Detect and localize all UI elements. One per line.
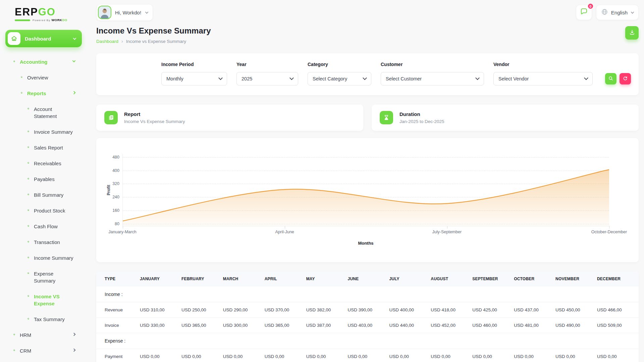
- column-header-january: JANUARY: [140, 271, 181, 287]
- sidebar-item-tax-summary[interactable]: Tax Summary: [0, 311, 87, 327]
- table-row-expense: Expense :: [96, 333, 639, 349]
- app-logo: ERPGO Powered By WORKDO: [0, 0, 87, 22]
- table-row-invoice: InvoiceUSD 330,00USD 365,00USD 300,00USD…: [96, 318, 639, 333]
- bullet-icon: [27, 272, 30, 274]
- amount-cell: USD 0,00: [472, 349, 514, 362]
- amount-cell: USD 440,00: [389, 318, 431, 333]
- column-header-april: APRIL: [265, 271, 306, 287]
- sidebar-item-sales-report[interactable]: Sales Report: [0, 140, 87, 156]
- amount-cell: USD 450,00: [555, 302, 597, 318]
- amount-cell: USD 466,00: [597, 302, 639, 318]
- breadcrumb-current: Income vs Expense Summary: [126, 39, 186, 44]
- sidebar-item-transaction[interactable]: Transaction: [0, 234, 87, 250]
- column-header-october: OCTOBER: [514, 271, 555, 287]
- sidebar-item-label: Transaction: [34, 239, 60, 246]
- sidebar-item-income-summary[interactable]: Income Summary: [0, 250, 87, 266]
- y-axis-tick-label: 160: [112, 208, 119, 213]
- powered-by-text: Powered By WORKDO: [33, 18, 67, 22]
- amount-cell: USD 0,00: [223, 349, 265, 362]
- top-bar: Hi, Workdo! 0 English: [87, 0, 644, 21]
- logo-underline: [15, 19, 30, 21]
- sidebar-item-crm[interactable]: CRM: [0, 343, 87, 359]
- amount-cell: USD 0,00: [555, 349, 597, 362]
- summary-table-card: TYPEJANUARYFEBRUARYMARCHAPRILMAYJUNEJULY…: [96, 271, 639, 362]
- chevron-down-icon: [631, 10, 634, 14]
- amount-cell: USD 0,00: [181, 349, 223, 362]
- download-button[interactable]: [625, 26, 639, 40]
- sidebar-item-label: CRM: [20, 347, 31, 354]
- sidebar-item-hrm[interactable]: HRM: [0, 327, 87, 343]
- duration-card-subtitle: Jan-2025 to Dec-2025: [399, 119, 444, 124]
- customer-select[interactable]: Select Customer: [381, 72, 484, 85]
- x-axis-tick-label: October-December: [591, 230, 627, 234]
- table-row-revenue: RevenueUSD 310,00USD 250,00USD 290,00USD…: [96, 302, 639, 318]
- sidebar-item-label: Invoice Summary: [34, 128, 73, 135]
- duration-card: Duration Jan-2025 to Dec-2025: [372, 105, 639, 131]
- user-menu[interactable]: Hi, Workdo!: [96, 4, 153, 21]
- sidebar-item-income-vs-expense[interactable]: Income VS Expense: [0, 289, 87, 311]
- sidebar-item-cash-flow[interactable]: Cash Flow: [0, 219, 87, 234]
- sidebar-item-payables[interactable]: Payables: [0, 171, 87, 187]
- sidebar-item-receivables[interactable]: Receivables: [0, 156, 87, 171]
- bullet-icon: [27, 295, 30, 297]
- chevron-down-icon: [145, 10, 149, 14]
- bullet-icon: [20, 76, 23, 78]
- bullet-icon: [27, 209, 30, 211]
- filter-label: Vendor: [493, 62, 593, 67]
- amount-cell: USD 310,00: [140, 302, 181, 318]
- table-row-payment: PaymentUSD 0,00USD 0,00USD 0,00USD 0,00U…: [96, 349, 639, 362]
- notifications-button[interactable]: 0: [576, 5, 592, 20]
- amount-cell: USD 300,00: [223, 318, 265, 333]
- sidebar-item-account-statement[interactable]: Account Statement: [0, 101, 87, 124]
- amount-cell: USD 509,00: [597, 318, 639, 333]
- sidebar-item-label: Accounting: [20, 58, 48, 65]
- sidebar-item-expense-summary[interactable]: Expense Summary: [0, 266, 87, 289]
- section-label: Expense :: [96, 333, 639, 349]
- profit-area-fill: [123, 170, 609, 226]
- column-header-february: FEBRUARY: [181, 271, 223, 287]
- column-header-march: MARCH: [223, 271, 265, 287]
- reset-button[interactable]: [620, 73, 631, 84]
- amount-cell: USD 452,00: [431, 318, 472, 333]
- sidebar-item-reports[interactable]: Reports: [0, 85, 87, 101]
- breadcrumb-dashboard-link[interactable]: Dashboard: [96, 39, 118, 44]
- y-axis-tick-label: 240: [112, 195, 119, 199]
- x-axis-title: Months: [122, 241, 609, 246]
- bullet-icon: [27, 193, 30, 195]
- amount-cell: USD 0,00: [306, 349, 348, 362]
- amount-cell: USD 0,00: [514, 349, 555, 362]
- sidebar-item-overview[interactable]: Overview: [0, 70, 87, 85]
- amount-cell: USD 481,00: [514, 318, 555, 333]
- column-header-may: MAY: [306, 271, 348, 287]
- amount-cell: USD 382,00: [306, 302, 348, 318]
- sidebar-item-invoice-summary[interactable]: Invoice Summary: [0, 124, 87, 140]
- report-card: Report Income Vs Expense Summary: [96, 105, 363, 131]
- search-button[interactable]: [605, 73, 616, 84]
- duration-card-title: Duration: [399, 111, 444, 117]
- filter-field-year: Year2025: [236, 62, 298, 85]
- amount-cell: USD 0,00: [597, 349, 639, 362]
- year-select[interactable]: 2025: [236, 72, 298, 85]
- amount-cell: USD 0,00: [140, 349, 181, 362]
- category-select[interactable]: Select Category: [308, 72, 371, 85]
- bullet-icon: [27, 256, 30, 258]
- chevron-down-icon: [73, 37, 76, 40]
- sidebar-item-label: Reports: [27, 90, 46, 97]
- sidebar-item-label: HRM: [20, 331, 31, 339]
- chevron-right-icon: [72, 333, 76, 336]
- sidebar-item-product-stock[interactable]: Product Stock: [0, 203, 87, 219]
- bullet-icon: [27, 162, 30, 164]
- sidebar-item-dashboard[interactable]: Dashboard: [5, 30, 82, 47]
- y-axis-tick-label: 480: [112, 155, 119, 160]
- y-axis-tick-label: 80: [115, 222, 119, 226]
- sidebar-item-label: Receivables: [34, 160, 61, 167]
- dashboard-label: Dashboard: [25, 36, 69, 42]
- sidebar-item-accounting[interactable]: Accounting: [0, 54, 87, 70]
- income-period-select[interactable]: Monthly: [161, 72, 227, 85]
- sidebar-item-bill-summary[interactable]: Bill Summary: [0, 187, 87, 203]
- report-card-subtitle: Income Vs Expense Summary: [124, 119, 185, 124]
- vendor-select[interactable]: Select Vendor: [493, 72, 593, 85]
- sidebar-item-label: Payables: [34, 176, 55, 183]
- language-selector[interactable]: English: [596, 5, 639, 20]
- amount-cell: USD 0,00: [348, 349, 389, 362]
